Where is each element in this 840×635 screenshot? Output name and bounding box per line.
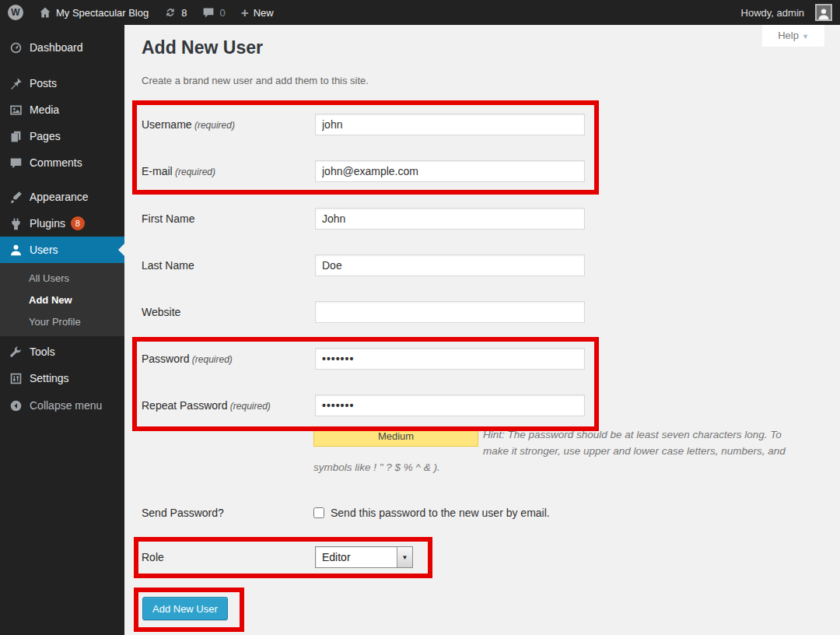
- current-menu-arrow: [118, 244, 124, 256]
- site-name-link[interactable]: My Spectacular Blog: [31, 0, 156, 25]
- select-dropdown-button[interactable]: ▼: [397, 547, 412, 567]
- sidebar-label: Appearance: [30, 191, 89, 203]
- sidebar-item-pages[interactable]: Pages: [0, 123, 124, 149]
- site-name-label: My Spectacular Blog: [56, 7, 149, 19]
- main-content: Help▼ Add New User Create a brand new us…: [124, 25, 840, 635]
- last-name-input[interactable]: [315, 254, 585, 276]
- repeat-password-label: Repeat Password (required): [142, 395, 313, 416]
- sidebar-item-tools[interactable]: Tools: [0, 339, 124, 365]
- website-label: Website: [142, 301, 313, 323]
- dashboard-icon: [8, 40, 23, 55]
- sidebar-item-media[interactable]: Media: [0, 96, 124, 123]
- role-selected-value: Editor: [316, 551, 397, 563]
- plus-icon: +: [241, 6, 249, 19]
- sidebar-label: Comments: [30, 156, 82, 169]
- home-icon: [39, 6, 51, 19]
- wordpress-logo-button[interactable]: W: [0, 0, 31, 25]
- role-label: Role: [142, 546, 313, 568]
- comment-count: 0: [219, 7, 225, 19]
- comment-bubble-icon: [8, 155, 23, 170]
- sidebar-item-settings[interactable]: Settings: [0, 365, 124, 391]
- password-strength-meter: Medium: [313, 426, 478, 447]
- password-label: Password (required): [142, 348, 313, 370]
- send-password-text: Send this password to the new user by em…: [331, 507, 550, 519]
- admin-bar: W My Spectacular Blog 8 0 + New Howdy, a…: [0, 0, 840, 25]
- repeat-password-input[interactable]: [315, 395, 585, 416]
- submenu-item-add-new[interactable]: Add New: [0, 289, 124, 311]
- sidebar-item-comments[interactable]: Comments: [0, 149, 124, 176]
- admin-bar-left: W My Spectacular Blog 8 0 + New: [0, 0, 282, 25]
- add-new-user-button[interactable]: Add New User: [142, 597, 228, 620]
- sidebar-label: Users: [30, 244, 58, 256]
- email-label: E-mail (required): [142, 160, 313, 182]
- comment-bubble-icon: [202, 6, 215, 19]
- sidebar-item-users[interactable]: Users: [0, 237, 124, 263]
- last-name-label: Last Name: [142, 254, 313, 276]
- person-icon: [817, 7, 830, 19]
- new-label: New: [254, 7, 274, 19]
- paintbrush-icon: [8, 189, 23, 205]
- page-description: Create a brand new user and add them to …: [142, 75, 369, 86]
- update-icon: [164, 6, 177, 19]
- sidebar-label: Media: [30, 103, 59, 116]
- send-password-checkbox[interactable]: [313, 507, 324, 518]
- plug-icon: [8, 216, 23, 231]
- pages-icon: [8, 128, 23, 144]
- sliders-icon: [8, 370, 23, 386]
- avatar: [815, 4, 832, 21]
- media-icon: [8, 102, 23, 118]
- email-input[interactable]: [315, 160, 585, 182]
- new-content-link[interactable]: + New: [233, 0, 282, 25]
- sidebar-label: Collapse menu: [30, 399, 102, 412]
- username-input[interactable]: [315, 114, 585, 135]
- collapse-menu-button[interactable]: Collapse menu: [0, 392, 124, 419]
- update-count: 8: [181, 7, 187, 19]
- users-submenu: All Users Add New Your Profile: [0, 263, 124, 336]
- first-name-label: First Name: [142, 208, 313, 230]
- account-menu[interactable]: Howdy, admin: [733, 0, 840, 25]
- users-icon: [8, 242, 23, 258]
- sidebar-item-dashboard[interactable]: Dashboard: [0, 34, 124, 61]
- sidebar-item-posts[interactable]: Posts: [0, 70, 124, 96]
- chevron-down-icon: ▼: [802, 33, 809, 40]
- wordpress-admin-screen: W My Spectacular Blog 8 0 + New Howdy, a…: [0, 0, 840, 635]
- help-label: Help: [778, 30, 799, 41]
- submenu-item-your-profile[interactable]: Your Profile: [0, 311, 124, 333]
- howdy-label: Howdy, admin: [741, 7, 804, 19]
- wordpress-logo-icon: W: [8, 5, 23, 20]
- send-password-row: Send this password to the new user by em…: [313, 505, 550, 521]
- admin-sidebar: Dashboard Posts Media Pages Comments App…: [0, 25, 124, 635]
- sidebar-label: Plugins: [30, 217, 65, 230]
- collapse-arrow-icon: [8, 398, 23, 413]
- page-title: Add New User: [142, 37, 263, 58]
- sidebar-label: Pages: [30, 130, 61, 142]
- admin-bar-right: Howdy, admin: [733, 0, 840, 25]
- sidebar-item-appearance[interactable]: Appearance: [0, 184, 124, 210]
- sidebar-item-plugins[interactable]: Plugins 8: [0, 210, 124, 237]
- sidebar-label: Posts: [30, 77, 57, 89]
- submenu-item-all-users[interactable]: All Users: [0, 268, 124, 289]
- password-input[interactable]: [315, 348, 585, 370]
- send-password-label: Send Password?: [142, 502, 313, 524]
- sidebar-label: Dashboard: [30, 41, 83, 54]
- sidebar-label: Tools: [30, 346, 55, 358]
- help-button[interactable]: Help▼: [762, 25, 824, 47]
- first-name-input[interactable]: [315, 208, 585, 230]
- sidebar-label: Settings: [30, 372, 69, 384]
- username-label: Username (required): [142, 114, 313, 135]
- website-input[interactable]: [315, 301, 585, 323]
- role-select[interactable]: Editor ▼: [315, 546, 413, 568]
- pushpin-icon: [8, 75, 23, 91]
- wrench-icon: [8, 344, 23, 360]
- updates-link[interactable]: 8: [156, 0, 194, 25]
- password-hint-area: Medium Hint: The password should be at l…: [313, 426, 805, 475]
- comments-link[interactable]: 0: [194, 0, 233, 25]
- plugins-update-badge: 8: [71, 216, 85, 230]
